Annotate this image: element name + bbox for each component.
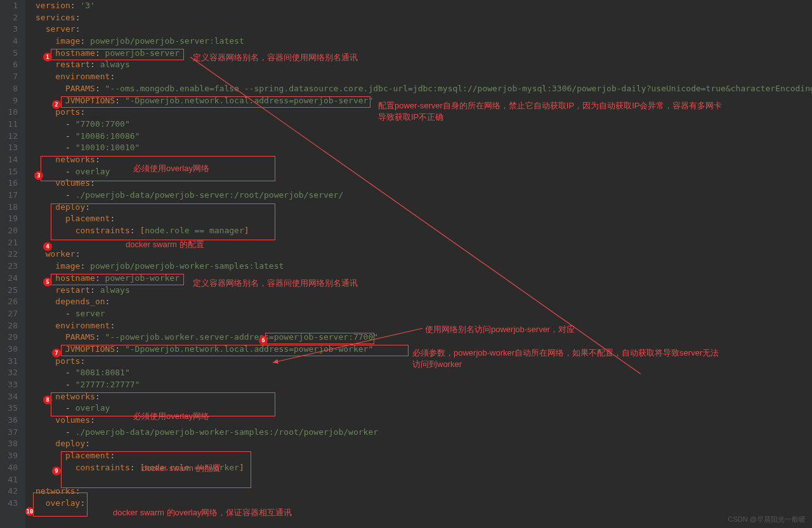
code-editor[interactable]: 1234567891011121314151617181920212223242… [0, 0, 812, 528]
highlight-box [61, 96, 370, 108]
annotation-text: 导致获取IP不正确 [378, 112, 443, 123]
line-number: 11 [5, 119, 18, 131]
annotation-text: 定义容器网络别名，容器间使用网络别名通讯 [193, 52, 358, 63]
annotation-badge: 6 [259, 336, 268, 345]
line-number: 29 [5, 332, 18, 344]
line-number: 43 [5, 498, 18, 510]
line-number: 36 [5, 415, 18, 427]
highlight-box [265, 333, 374, 344]
line-number: 12 [5, 131, 18, 143]
line-number: 35 [5, 402, 18, 415]
code-line[interactable]: image: powerjob/powerjob-server:latest [36, 35, 812, 48]
annotation-badge: 1 [43, 53, 52, 61]
line-number: 20 [5, 225, 18, 237]
code-line[interactable]: - "10010:10010" [36, 142, 812, 154]
line-number: 3 [5, 23, 18, 35]
line-number: 28 [5, 320, 18, 332]
code-line[interactable]: version: '3' [36, 0, 812, 12]
line-number: 21 [5, 237, 18, 249]
annotation-text: 配置power-server自身的所在网络，禁止它自动获取IP，因为自动获取IP… [378, 100, 722, 112]
line-number: 9 [5, 95, 18, 107]
line-number: 23 [5, 261, 18, 273]
line-number: 13 [5, 142, 18, 154]
line-number: 19 [5, 213, 18, 225]
annotation-text: 必须参数，powerjob-worker自动所在网络，如果不配置，自动获取将导致… [412, 347, 719, 359]
code-line[interactable]: environment: [36, 71, 812, 83]
line-number: 42 [5, 486, 18, 498]
line-number: 14 [5, 154, 18, 166]
code-line[interactable]: - ./powerjob-data/powerjob-server:/root/… [36, 190, 812, 202]
line-number: 7 [5, 71, 18, 83]
code-line[interactable]: services: [36, 12, 812, 24]
line-number: 2 [5, 12, 18, 24]
code-line[interactable]: restart: always [36, 285, 812, 297]
annotation-text: 必须使用overlay网络 [133, 163, 209, 174]
code-line[interactable]: depends_on: [36, 296, 812, 308]
line-number: 38 [5, 438, 18, 450]
line-number: 37 [5, 427, 18, 439]
code-line[interactable]: - server [36, 308, 812, 320]
annotation-text: docker swarm 的配置 [142, 463, 221, 474]
line-number: 1 [5, 0, 18, 12]
annotation-badge: 2 [52, 100, 61, 109]
line-gutter: 1234567891011121314151617181920212223242… [0, 0, 25, 528]
line-number: 26 [5, 296, 18, 308]
annotation-text: docker swarm 的overlay网络，保证容器相互通讯 [113, 507, 292, 518]
line-number: 31 [5, 356, 18, 368]
line-number: 17 [5, 190, 18, 202]
annotation-badge: 4 [43, 242, 52, 251]
line-number: 24 [5, 273, 18, 285]
highlight-box [33, 493, 88, 517]
line-number: 33 [5, 379, 18, 391]
code-line[interactable]: server: [36, 23, 812, 35]
code-line[interactable]: image: powerjob/powerjob-worker-samples:… [36, 261, 812, 273]
code-line[interactable]: PARAMS: "--oms.mongodb.enable=false --sp… [36, 83, 812, 95]
line-number: 8 [5, 83, 18, 95]
annotation-badge: 3 [34, 171, 43, 180]
line-number: 22 [5, 248, 18, 261]
code-line[interactable]: - "27777:27777" [36, 379, 812, 391]
code-area[interactable]: version: '3'services: server: image: pow… [25, 0, 812, 528]
code-line[interactable]: worker: [36, 248, 812, 261]
line-number: 10 [5, 106, 18, 119]
line-number: 39 [5, 450, 18, 462]
line-number: 5 [5, 48, 18, 60]
line-number: 41 [5, 474, 18, 486]
annotation-badge: 10 [25, 507, 34, 516]
line-number: 6 [5, 59, 18, 71]
line-number: 15 [5, 166, 18, 178]
line-number: 27 [5, 308, 18, 320]
code-line[interactable]: deploy: [36, 438, 812, 450]
annotation-badge: 7 [52, 349, 61, 357]
line-number: 32 [5, 367, 18, 379]
annotation-text: docker swarm 的配置 [126, 239, 204, 250]
highlight-box [51, 49, 184, 60]
code-line[interactable]: PARAMS: "--powerjob.worker.server-addres… [36, 332, 812, 344]
watermark: CSDN @早晨阳光一般暖 [728, 515, 806, 524]
highlight-box [51, 274, 184, 285]
code-line[interactable]: environment: [36, 320, 812, 332]
annotation-badge: 9 [52, 467, 61, 475]
line-number: 30 [5, 344, 18, 356]
annotation-badge: 5 [43, 278, 52, 287]
line-number: 16 [5, 177, 18, 190]
highlight-box [51, 203, 275, 240]
code-line[interactable]: - ./powerjob-data/powerjob-worker-sample… [36, 427, 812, 439]
code-line[interactable]: restart: always [36, 59, 812, 71]
annotation-text: 定义容器网络别名，容器间使用网络别名通讯 [193, 278, 358, 289]
annotation-text: 使用网络别名访问powerjob-server，对应 [425, 324, 575, 335]
annotation-badge: 8 [43, 396, 52, 404]
line-number: 25 [5, 285, 18, 297]
line-number: 18 [5, 202, 18, 214]
line-number: 34 [5, 391, 18, 403]
annotation-text: 访问到worker [412, 359, 462, 370]
code-line[interactable]: - "10086:10086" [36, 131, 812, 143]
line-number: 4 [5, 35, 18, 48]
highlight-box [61, 345, 409, 356]
annotation-text: 必须使用overlay网络 [133, 411, 209, 422]
line-number: 40 [5, 462, 18, 474]
